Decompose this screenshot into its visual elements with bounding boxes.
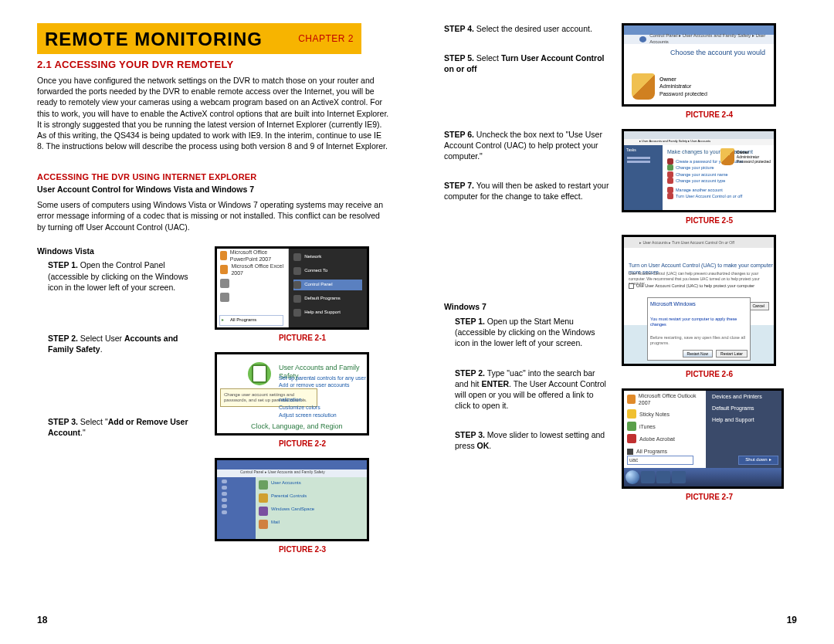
caption-2-5: PICTURE 2-5 — [622, 215, 797, 225]
step-text: . — [100, 344, 103, 354]
step5: STEP 5. Select Turn User Account Control… — [444, 53, 611, 74]
vista-step1: STEP 1. Open the Control Panel (accessib… — [48, 259, 204, 293]
step-label: STEP 2. — [48, 334, 78, 343]
step4: STEP 4. Select the desired user account. — [444, 23, 611, 34]
win7-step1: STEP 1. Open up the Start Menu (accessib… — [455, 316, 611, 349]
caption-2-3: PICTURE 2-3 — [215, 544, 390, 554]
picture-2-1: Microsoft Office PowerPoint 2007 Microso… — [215, 246, 369, 330]
step7: STEP 7. You will then be asked to restar… — [444, 180, 611, 202]
vista-step3: STEP 3. Select "Add or Remove User Accou… — [48, 416, 204, 438]
shutdown-button: Shut down — [738, 456, 778, 465]
caption-2-7: PICTURE 2-7 — [622, 492, 797, 502]
chapter-label: CHAPTER 2 — [298, 33, 354, 46]
os-vista-heading: Windows Vista — [37, 246, 204, 257]
section-heading: 2.1 ACCESSING YOUR DVR REMOTELY — [37, 59, 390, 72]
page-left: REMOTE MONITORING CHAPTER 2 2.1 ACCESSIN… — [0, 0, 417, 644]
body-text: Some users of computers using Windows Vi… — [37, 199, 390, 232]
header-title: REMOTE MONITORING — [45, 27, 263, 51]
sub-heading: ACCESSING THE DVR USING INTERNET EXPLORE… — [37, 171, 390, 182]
picture-2-7: Microsoft Office Outlook 2007 Sticky Not… — [622, 388, 784, 489]
sub-sub-heading: User Account Control for Windows Vista a… — [37, 185, 390, 195]
step6: STEP 6. Uncheck the box next to "Use Use… — [444, 129, 611, 162]
win7-step3: STEP 3. Move slider to lowest setting an… — [455, 429, 611, 451]
os-win7-heading: Windows 7 — [444, 302, 611, 313]
step-text: ." — [80, 428, 86, 437]
picture-2-4: Control Panel ▸ User Accounts and Family… — [622, 23, 776, 107]
start-orb-icon — [626, 470, 639, 484]
page-num-left: 18 — [37, 615, 47, 627]
picture-2-5: ▸ User Accounts and Family Safety ▸ User… — [622, 129, 776, 212]
all-programs: ▸All Programs — [219, 315, 283, 326]
picture-2-3: Control Panel ▸ User Accounts and Family… — [215, 458, 369, 541]
step-text: Select " — [78, 417, 108, 426]
caption-2-1: PICTURE 2-1 — [215, 333, 390, 343]
step-text: Select User — [78, 334, 124, 343]
caption-2-4: PICTURE 2-4 — [622, 110, 797, 120]
step-label: STEP 3. — [48, 417, 78, 426]
caption-2-2: PICTURE 2-2 — [215, 439, 390, 449]
search-input: uac — [627, 456, 693, 465]
picture-2-6: ▸ User Accounts ▸ Turn User Account Cont… — [622, 235, 776, 366]
step-label: STEP 1. — [48, 260, 78, 269]
intro-text: Once you have configured the network set… — [37, 75, 390, 151]
page-right: STEP 4. Select the desired user account.… — [417, 0, 834, 644]
chapter-header: REMOTE MONITORING CHAPTER 2 — [37, 23, 361, 54]
picture-2-2: User Accounts and Family Safety Set up p… — [215, 352, 369, 436]
page-num-right: 19 — [787, 615, 797, 627]
caption-2-6: PICTURE 2-6 — [622, 369, 797, 379]
vista-step2: STEP 2. Select User Accounts and Family … — [48, 333, 204, 354]
win7-step2: STEP 2. Type "uac" into the search bar a… — [455, 368, 611, 412]
